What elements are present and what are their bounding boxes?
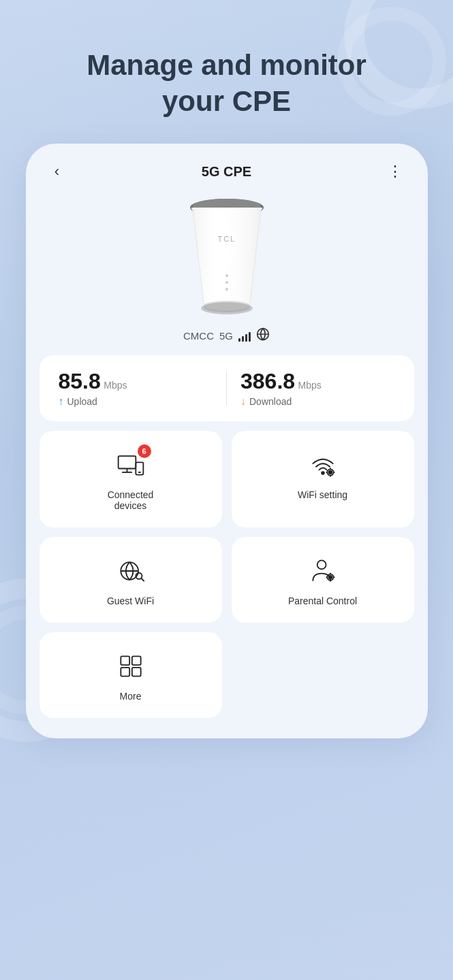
- guest-wifi-label: Guest WiFi: [107, 595, 154, 606]
- network-info: CMCC 5G: [183, 327, 270, 344]
- globe-icon: [256, 327, 270, 344]
- network-type: 5G: [219, 330, 233, 342]
- parental-control-icon: [308, 556, 338, 586]
- menu-grid: 6 Connecteddevices: [40, 431, 414, 718]
- upload-value: 85.8: [59, 369, 101, 393]
- speed-card: 85.8 Mbps ↑ Upload 386.8 Mbps ↓ Download: [40, 355, 414, 421]
- svg-point-18: [328, 471, 332, 474]
- parental-control-icon-wrap: [305, 553, 341, 589]
- svg-point-16: [322, 472, 324, 474]
- parental-control-label: Parental Control: [288, 595, 357, 606]
- bar-2: [242, 336, 244, 342]
- more-item[interactable]: More: [40, 632, 222, 718]
- phone-header: ‹ 5G CPE ⋮: [26, 144, 428, 180]
- parental-control-item[interactable]: Parental Control: [232, 537, 414, 623]
- router-area: TCL CMCC 5G: [26, 180, 428, 355]
- svg-rect-36: [131, 668, 140, 676]
- wifi-setting-item[interactable]: WiFi setting: [232, 431, 414, 527]
- svg-line-25: [141, 578, 144, 581]
- router-image: TCL: [166, 187, 288, 323]
- svg-point-6: [225, 288, 228, 291]
- bar-1: [238, 338, 240, 342]
- svg-point-9: [201, 302, 253, 314]
- bar-3: [245, 334, 247, 342]
- bar-4: [249, 332, 251, 342]
- connected-devices-icon-wrap: 6: [113, 447, 149, 483]
- more-icon-wrap: [113, 649, 149, 684]
- connected-devices-badge: 6: [138, 444, 151, 458]
- more-icon: [116, 651, 146, 681]
- wifi-setting-icon-wrap: [305, 447, 341, 483]
- svg-rect-11: [118, 456, 136, 468]
- wifi-setting-icon: [308, 450, 338, 480]
- download-label: ↓ Download: [240, 395, 395, 408]
- more-label: More: [120, 691, 142, 702]
- svg-text:TCL: TCL: [217, 235, 236, 243]
- svg-point-26: [317, 560, 326, 569]
- page-title: Manage and monitor your CPE: [87, 48, 366, 119]
- guest-wifi-icon: [116, 556, 146, 586]
- signal-bars: [238, 331, 251, 342]
- download-section: 386.8 Mbps ↓ Download: [240, 369, 395, 408]
- connected-devices-item[interactable]: 6 Connecteddevices: [40, 431, 222, 527]
- svg-point-4: [225, 274, 228, 277]
- upload-arrow-icon: ↑: [59, 395, 64, 408]
- svg-point-5: [225, 281, 228, 284]
- upload-label: ↑ Upload: [59, 395, 213, 408]
- download-value: 386.8: [240, 369, 295, 393]
- guest-wifi-icon-wrap: [113, 553, 149, 589]
- upload-section: 85.8 Mbps ↑ Upload: [59, 369, 213, 408]
- guest-wifi-item[interactable]: Guest WiFi: [40, 537, 222, 623]
- download-unit: Mbps: [298, 380, 322, 391]
- download-arrow-icon: ↓: [240, 395, 246, 408]
- back-button[interactable]: ‹: [45, 163, 69, 180]
- svg-point-28: [328, 576, 332, 579]
- connected-devices-label: Connecteddevices: [108, 489, 154, 511]
- svg-rect-34: [131, 656, 140, 665]
- svg-rect-35: [121, 668, 129, 676]
- more-menu-button[interactable]: ⋮: [384, 163, 408, 180]
- header-title: 5G CPE: [202, 164, 251, 180]
- carrier-label: CMCC: [183, 330, 214, 342]
- svg-rect-14: [136, 462, 143, 474]
- speed-divider: [226, 372, 227, 406]
- phone-card: ‹ 5G CPE ⋮: [26, 144, 428, 738]
- upload-unit: Mbps: [104, 380, 127, 391]
- svg-rect-33: [121, 656, 129, 665]
- wifi-setting-label: WiFi setting: [298, 489, 347, 500]
